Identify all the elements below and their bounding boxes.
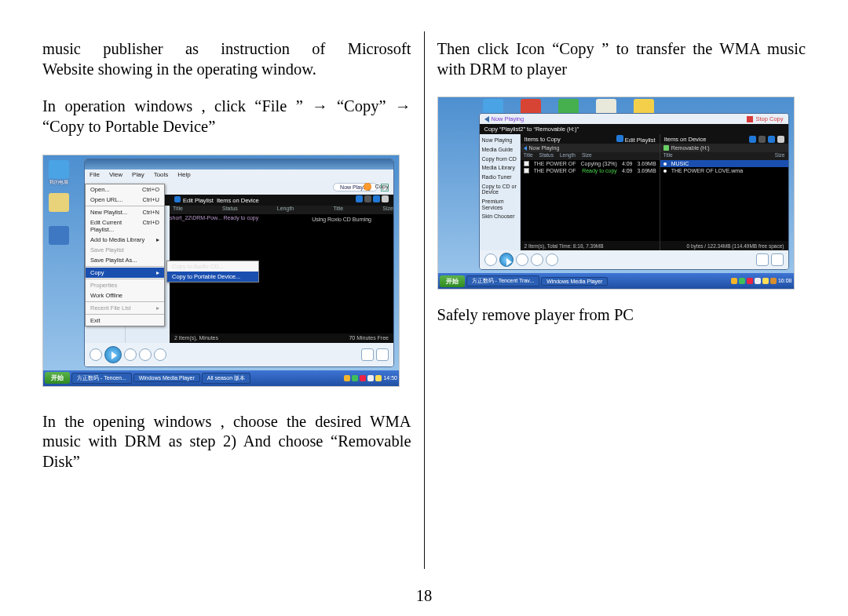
- copy-label[interactable]: Copy: [375, 183, 389, 190]
- menu-item[interactable]: Recent File List▸: [86, 303, 164, 313]
- wmp-status: 2 Item(s), Minutes 70 Minutes Free: [170, 334, 393, 343]
- menu-file[interactable]: File: [90, 171, 100, 178]
- para-left-1-line2: Website showing in the operating window.: [42, 60, 316, 78]
- edit-playlist[interactable]: Edit Playlist: [183, 197, 214, 204]
- next-button[interactable]: [531, 253, 543, 266]
- stop-copy-button[interactable]: Stop Copy: [747, 115, 783, 122]
- aux-button[interactable]: [361, 348, 374, 361]
- back-arrow-icon[interactable]: [484, 116, 489, 122]
- roxio-label: Using Roxio CD Burning: [312, 217, 371, 222]
- track-row[interactable]: MUSIC: [660, 160, 788, 167]
- start-button[interactable]: 开始: [45, 372, 70, 384]
- menu-item[interactable]: Work Offline: [86, 290, 164, 301]
- menu-item[interactable]: Edit Current Playlist...Ctrl+D: [86, 217, 164, 235]
- column-headers: TitleStatusLengthSize: [521, 152, 660, 160]
- para-left-2: In operation windows , click “File ” → “…: [42, 97, 411, 137]
- mute-button[interactable]: [154, 348, 166, 361]
- pane-header-left: Items to Copy Edit Playlist: [521, 134, 660, 144]
- sidebar-item[interactable]: Premium Services: [482, 199, 517, 210]
- sidebar-item[interactable]: Skin Chooser: [482, 213, 517, 220]
- stop-button[interactable]: [516, 253, 528, 266]
- submenu-item[interactable]: Copy to Portable Device...: [167, 272, 258, 282]
- wmp-sidebar: Now PlayingMedia GuideCopy from CDMedia …: [480, 134, 521, 250]
- edit-playlist[interactable]: Edit Playlist: [625, 137, 656, 144]
- taskbar-task[interactable]: Windows Media Player: [133, 374, 200, 382]
- clock: 14:50: [383, 375, 397, 381]
- menu-help[interactable]: Help: [177, 171, 190, 178]
- column-headers: Title Status Length Title Size: [170, 206, 393, 214]
- pane-header-right: Items on Device: [660, 134, 788, 144]
- sidebar-item[interactable]: Radio Tuner: [482, 174, 517, 180]
- desktop-icon: [48, 193, 70, 220]
- taskbar-task[interactable]: All season 版本: [202, 373, 250, 384]
- menu-item[interactable]: New Playlist...Ctrl+N: [86, 207, 164, 217]
- sidebar-item[interactable]: Now Playing: [482, 137, 517, 144]
- play-button[interactable]: [104, 346, 122, 363]
- menu-item[interactable]: Exit: [86, 315, 164, 326]
- taskbar-task[interactable]: 方正数码 - Tencen...: [71, 373, 132, 384]
- taskbar: 开始 方正数码 - Tencen... Windows Media Player…: [43, 370, 399, 386]
- sidebar-item[interactable]: Media Guide: [482, 147, 517, 153]
- pane-status: 0 bytes / 122.34MB (114.49MB free space): [660, 241, 788, 250]
- page-number: 18: [0, 587, 848, 605]
- prev-button[interactable]: [90, 348, 102, 361]
- menu-item[interactable]: Open URL...Ctrl+U: [86, 195, 164, 205]
- copy-icon[interactable]: [364, 183, 371, 191]
- sidebar-item[interactable]: Media Library: [482, 165, 517, 171]
- menu-item[interactable]: Save Playlist: [86, 245, 164, 255]
- para-left-3: In the opening windows , choose the desi…: [42, 412, 411, 472]
- para-left-1: music publisher as instruction of Micros…: [42, 39, 411, 79]
- track-row[interactable]: THE POWER OF LOVEReady to copy4:093.69MB: [521, 167, 660, 174]
- menu-view[interactable]: View: [109, 171, 122, 178]
- clock: 16:08: [778, 278, 792, 284]
- menu-item[interactable]: Properties: [86, 280, 164, 290]
- column-headers: TitleSize: [660, 152, 788, 160]
- pane-status: 2 Item(s), Total Time: 8:18, 7.39MB: [521, 241, 660, 250]
- menu-play[interactable]: Play: [132, 171, 144, 178]
- menu-item[interactable]: Open...Ctrl+O: [86, 184, 164, 195]
- device-selector[interactable]: Removable (H:): [671, 145, 710, 151]
- sidebar-item[interactable]: Copy from CD: [482, 156, 517, 162]
- track-row[interactable]: short_22\DRM-Pow... Ready to copy: [170, 215, 258, 221]
- para-right-2: Safely remove player from PC: [437, 305, 806, 326]
- column-divider: [424, 31, 425, 569]
- prev-button[interactable]: [484, 253, 497, 266]
- right-column: Then click Icon “Copy ” to transfer the …: [429, 39, 814, 616]
- taskbar-task[interactable]: Windows Media Player: [541, 277, 608, 286]
- system-tray: 14:50: [344, 375, 397, 381]
- desktop-icon: 我的电脑: [48, 160, 70, 187]
- manual-page: music publisher as instruction of Micros…: [0, 0, 848, 616]
- start-button[interactable]: 开始: [440, 275, 465, 287]
- aux-button[interactable]: [771, 253, 784, 266]
- para-left-1-line1: music publisher as instruction of Micros…: [42, 39, 411, 60]
- wmp-content: Items to Copy Edit Playlist Now Playing …: [521, 134, 788, 250]
- copy-btn-area: Copy: [364, 183, 389, 191]
- mute-button[interactable]: [546, 253, 558, 266]
- track-row[interactable]: THE POWER OF LOVE.wma: [660, 167, 788, 174]
- sidebar-item[interactable]: Copy to CD or Device: [482, 184, 517, 195]
- desktop-icon: [48, 226, 70, 253]
- wmp-body: Now PlayingMedia GuideCopy from CDMedia …: [480, 134, 788, 250]
- items-on-device: Items on Device: [217, 197, 259, 204]
- wmp-content: to “Roxio CD Burning” Copy Edit Playlist…: [126, 195, 393, 343]
- track-row[interactable]: THE POWER OF LOVECopying (32%)4:093.69MB: [521, 160, 660, 167]
- menu-item[interactable]: Copy▸: [86, 268, 164, 278]
- aux-button[interactable]: [376, 348, 389, 361]
- menu-item[interactable]: Add to Media Library▸: [86, 235, 164, 245]
- menu-item[interactable]: Save Playlist As...: [86, 255, 164, 265]
- screenshot-wmp-copy: 我的文档DRM WMAMobile/Copysample rental方正数码 …: [437, 97, 795, 290]
- play-button[interactable]: [499, 253, 514, 267]
- stop-button[interactable]: [124, 348, 137, 361]
- left-column: music publisher as instruction of Micros…: [35, 39, 419, 616]
- now-playing-label[interactable]: Now Playing: [492, 115, 525, 122]
- submenu-item[interactable]: Copy to Audio CD...: [167, 261, 258, 272]
- wmp-window: Now Playing Stop Copy Copy “Playlist2” t…: [479, 113, 789, 270]
- copy-submenu: Copy to Audio CD...Copy to Portable Devi…: [166, 261, 259, 282]
- aux-button[interactable]: [756, 253, 769, 266]
- next-button[interactable]: [139, 348, 152, 361]
- wmp-top-row: Now Playing Stop Copy: [480, 114, 788, 124]
- taskbar: 开始 方正数码 - Tencent Trav... Windows Media …: [438, 273, 794, 289]
- menu-tools[interactable]: Tools: [154, 171, 169, 178]
- taskbar-task[interactable]: 方正数码 - Tencent Trav...: [466, 275, 540, 286]
- toolbar-icons: [354, 195, 389, 204]
